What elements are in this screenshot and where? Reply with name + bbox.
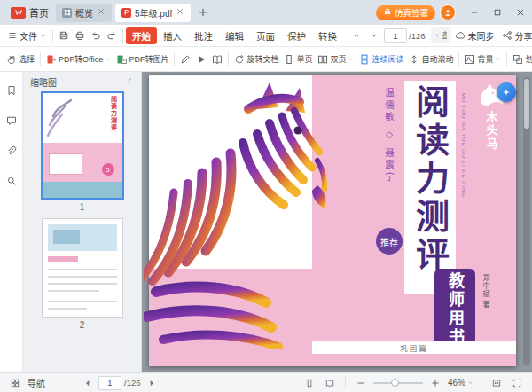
previous-page-icon[interactable]: [80, 375, 96, 391]
pdf-reader-window: 首页 概览 5年级.pdf 仿: [0, 0, 532, 392]
search-panel-icon[interactable]: [4, 173, 20, 189]
page-navigation: 1 /126: [348, 27, 426, 43]
menu-tab-convert[interactable]: 转换: [312, 27, 343, 44]
undo-icon[interactable]: [88, 27, 104, 43]
navigation-label: 导航: [27, 376, 45, 389]
status-bar: 导航 1 /126 46%: [0, 372, 532, 392]
divider: [174, 52, 175, 66]
fit-width-icon[interactable]: [489, 375, 505, 391]
fullscreen-icon[interactable]: [509, 375, 525, 391]
zoom-level-button[interactable]: 46%: [448, 378, 473, 388]
search-box[interactable]: [431, 27, 451, 43]
book-view-icon[interactable]: [322, 375, 338, 391]
save-icon[interactable]: [56, 27, 72, 43]
tab-overview[interactable]: 概览: [56, 4, 112, 22]
thumbnail-2-text-line: [48, 276, 117, 278]
user-avatar[interactable]: [440, 4, 456, 20]
thumbnail-2-heading-bar: [48, 256, 78, 262]
edit-icon[interactable]: [177, 51, 193, 67]
maximize-button[interactable]: [486, 0, 509, 25]
previous-page-icon[interactable]: [348, 27, 364, 43]
page-total-label: /126: [409, 31, 426, 41]
vertical-scrollbar[interactable]: [523, 77, 530, 365]
menu-tab-edit[interactable]: 编辑: [219, 27, 250, 44]
page-number-input[interactable]: 1: [384, 28, 407, 43]
new-tab-button[interactable]: [194, 4, 212, 21]
zoom-in-icon[interactable]: [427, 375, 443, 391]
thumbnail-page-1[interactable]: 阅读力测评 5: [41, 91, 124, 200]
navigation-icon[interactable]: [7, 375, 23, 391]
comment-panel-icon[interactable]: [4, 113, 20, 129]
scrollbar-thumb[interactable]: [524, 79, 529, 129]
pdf-page-1: 温儒敏 ◇ 聂震宁 推荐 阅读力测评 MU TOU MA YUE DU LI C…: [149, 75, 516, 366]
brand-name: 木头马: [483, 111, 500, 151]
zoom-slider-knob[interactable]: [391, 379, 399, 387]
tab-document-label: 5年级.pdf: [135, 6, 172, 20]
recommenders-text: 温儒敏 ◇ 聂震宁: [383, 88, 396, 184]
title-strip: 阅读力测评: [404, 81, 456, 294]
pdf-file-icon: [121, 8, 131, 18]
menu-tab-annotate[interactable]: 批注: [188, 27, 219, 44]
select-tool-button[interactable]: 选择: [4, 51, 37, 67]
close-tab-icon[interactable]: [176, 7, 184, 18]
menu-tab-protect[interactable]: 保护: [281, 27, 312, 44]
thumbnail-page-2[interactable]: [42, 218, 123, 318]
collapse-panel-icon[interactable]: [125, 76, 134, 87]
document-canvas[interactable]: 温儒敏 ◇ 聂震宁 推荐 阅读力测评 MU TOU MA YUE DU LI C…: [142, 72, 532, 372]
read-mode-icon[interactable]: [209, 51, 225, 67]
thumbnail-2-preview: [43, 219, 122, 317]
next-page-icon[interactable]: [144, 375, 160, 391]
divider: [506, 52, 507, 66]
close-tab-icon[interactable]: [97, 7, 106, 18]
pdf-to-image-button[interactable]: PDF转图片: [113, 51, 171, 67]
single-page-view-icon[interactable]: [301, 375, 317, 391]
play-icon[interactable]: [193, 51, 209, 67]
zoom-out-icon[interactable]: [353, 375, 369, 391]
grade-badge: 5: [102, 163, 114, 176]
pdf-to-office-button[interactable]: PDF转Office: [43, 51, 113, 67]
divider: [228, 52, 229, 66]
single-page-button[interactable]: 单页: [281, 51, 315, 67]
double-page-label: 双页: [330, 53, 346, 65]
background-button[interactable]: 背景: [462, 51, 504, 67]
rotate-label: 旋转文档: [246, 53, 278, 65]
print-icon[interactable]: [72, 27, 88, 43]
recommend-badge: 推荐: [376, 228, 403, 255]
bookmark-panel-icon[interactable]: [4, 82, 20, 98]
attachment-panel-icon[interactable]: [4, 143, 20, 159]
word-translate-button[interactable]: 划词翻译: [510, 51, 532, 67]
home-label: 首页: [29, 5, 49, 20]
thumbnail-1-page-number: 1: [80, 202, 85, 212]
thumbnail-list: 阅读力测评 5 1: [23, 91, 141, 372]
assistant-button[interactable]: [497, 82, 516, 102]
sync-status[interactable]: 未同步: [451, 27, 498, 44]
share-button[interactable]: 分享: [498, 27, 532, 44]
thumbnail-2-text-line: [48, 290, 99, 292]
continuous-read-button[interactable]: 连续阅读: [356, 51, 406, 67]
thumbnail-2-text-line: [48, 308, 87, 310]
redo-icon[interactable]: [104, 27, 120, 43]
main-area: 缩略图 阅读力测评 5: [0, 72, 532, 372]
page-number-input[interactable]: 1: [98, 376, 121, 390]
promo-badge[interactable]: 仿真签署: [376, 5, 435, 20]
menu-tab-insert[interactable]: 插入: [157, 27, 188, 44]
teacher-book-badge: 教师用书: [434, 269, 475, 350]
file-menu[interactable]: 文件: [4, 27, 50, 44]
double-page-button[interactable]: 双页: [315, 51, 356, 67]
menu-tab-start[interactable]: 开始: [126, 27, 157, 44]
zoom-slider[interactable]: [373, 382, 423, 384]
side-icon-strip: [0, 72, 23, 372]
close-window-button[interactable]: [509, 0, 532, 25]
menu-tab-page[interactable]: 页面: [250, 27, 281, 44]
home-button[interactable]: 首页: [4, 0, 56, 25]
promo-label: 仿真签署: [395, 6, 428, 19]
pdf-to-image-label: PDF转图片: [129, 53, 168, 65]
search-input[interactable]: [442, 31, 447, 40]
auto-scroll-button[interactable]: 自动滚动: [406, 51, 456, 67]
divider: [40, 52, 41, 66]
minimize-button[interactable]: [463, 0, 486, 25]
next-page-icon[interactable]: [366, 27, 382, 43]
tab-document[interactable]: 5年级.pdf: [115, 4, 191, 22]
divider: [52, 29, 53, 43]
rotate-document-button[interactable]: 旋转文档: [231, 51, 281, 67]
